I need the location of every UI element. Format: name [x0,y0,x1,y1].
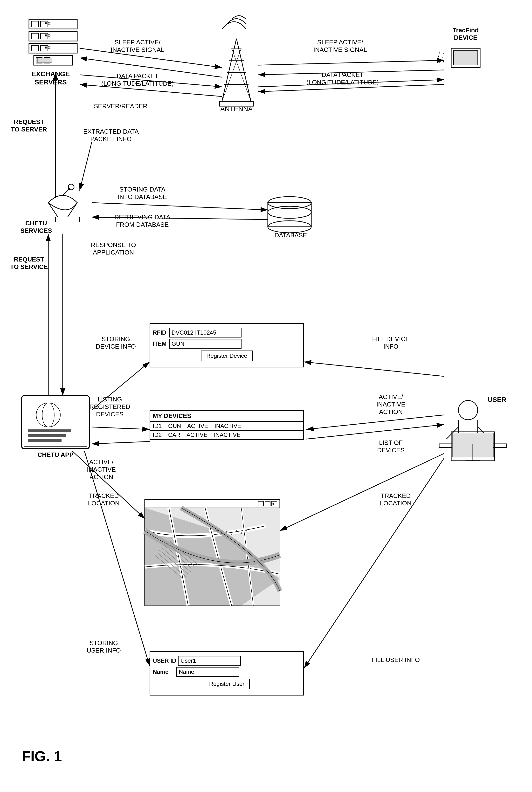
svg-line-51 [446,427,458,439]
svg-line-35 [63,188,70,195]
svg-line-27 [222,48,241,101]
my-devices-title: MY DEVICES [150,411,303,422]
svg-rect-19 [48,46,50,49]
register-user-button[interactable]: Register User [204,679,250,689]
svg-rect-10 [40,45,48,51]
database-icon [268,197,311,233]
svg-point-33 [268,221,311,233]
svg-rect-17 [48,35,50,36]
svg-rect-59 [145,499,280,508]
svg-rect-12 [36,57,42,63]
exchange-servers-icon [29,19,77,65]
svg-line-89 [92,202,268,210]
svg-rect-16 [45,35,46,36]
device-row-2: ID2 CAR ACTIVE INACTIVE [150,431,303,440]
diagram: x [0,0,532,792]
svg-line-102 [304,458,444,668]
chetu-services-label: CHETUSERVICES [12,219,60,234]
listing-registered-label: LISTINGREGISTEREDDEVICES [75,395,145,418]
svg-line-94 [304,362,444,376]
svg-rect-55 [452,433,493,457]
list-of-devices-label: LIST OFDEVICES [364,439,417,454]
item-input[interactable]: GUN [169,339,242,349]
svg-rect-29 [451,48,480,67]
userid-input[interactable]: User1 [178,656,241,665]
svg-marker-21 [222,39,251,101]
userid-label: USER ID [153,657,176,664]
data-packet-left-label: DATA PACKET(LONGITUDE/LATITUDE) [92,72,183,87]
name-input[interactable]: Name [176,667,239,677]
register-user-panel: USER ID User1 Name Name Register User [150,651,304,696]
tracfind-device-label: TracFindDEVICE [441,26,490,41]
svg-line-26 [232,48,251,101]
svg-line-38 [68,202,77,217]
svg-line-81 [258,60,444,65]
svg-line-70 [167,543,195,567]
svg-rect-18 [45,46,46,49]
svg-rect-54 [451,432,495,461]
svg-line-69 [164,545,193,569]
fill-device-info-label: FILL DEVICEINFO [360,335,422,350]
svg-line-97 [306,415,444,429]
user-icon [439,401,507,461]
fig-label: FIG. 1 [22,748,62,765]
retrieving-data-label: RETRIEVING DATAFROM DATABASE [92,213,193,229]
svg-rect-3 [31,21,39,27]
svg-rect-49 [28,439,61,442]
svg-rect-4 [40,21,48,27]
storing-data-label: STORING DATAINTO DATABASE [96,186,188,201]
svg-rect-20 [38,58,52,63]
svg-rect-58 [145,499,280,605]
svg-line-88 [80,142,92,191]
svg-point-36 [68,184,74,190]
name-label: Name [153,669,174,675]
chetu-services-icon [48,184,80,222]
antenna-icon [220,16,253,106]
map-window-icon: x [145,499,280,605]
svg-line-37 [48,202,58,217]
rfid-input[interactable]: DVC012 IT10245 [169,328,242,337]
svg-rect-62 [272,501,277,506]
tracfind-device-icon [439,48,480,67]
my-devices-panel: MY DEVICES ID1 GUN ACTIVE INACTIVE ID2 C… [150,410,304,440]
svg-line-98 [306,425,444,439]
tracked-location-right-label: TRACKEDLOCATION [364,492,427,507]
svg-rect-30 [454,51,478,65]
svg-line-71 [169,540,198,564]
svg-rect-60 [258,501,264,506]
item-label: ITEM [153,341,167,347]
device-row-1: ID1 GUN ACTIVE INACTIVE [150,422,303,431]
request-to-service-label: REQUESTTO SERVICE [2,256,56,271]
user-label: USER [480,395,514,404]
sleep-active-right-label: SLEEP ACTIVE/INACTIVE SIGNAL [294,39,386,54]
svg-rect-6 [31,33,39,39]
antenna-label: ANTENNA [220,105,253,113]
svg-line-66 [157,553,186,577]
exchange-servers-label: EXCHANGE SERVERS [22,70,80,86]
svg-point-31 [268,197,311,209]
svg-rect-47 [28,429,71,432]
register-device-button[interactable]: Register Device [201,350,252,361]
svg-point-42 [36,403,60,427]
svg-rect-64 [145,508,280,605]
svg-point-77 [241,533,242,534]
rfid-label: RFID [153,329,167,336]
svg-point-76 [236,530,237,532]
svg-rect-7 [40,33,48,39]
response-to-app-label: RESPONSE TOAPPLICATION [68,241,159,256]
svg-point-73 [221,533,223,534]
svg-rect-48 [28,434,66,437]
tracked-location-left-label: TRACKEDLOCATION [72,492,135,507]
svg-rect-15 [48,22,50,24]
svg-line-67 [159,550,188,574]
chetu-app-label: CHETU APP [24,451,87,459]
svg-point-74 [226,531,228,533]
svg-point-50 [458,401,478,420]
database-label: DATABASE [269,232,312,239]
request-to-server-label: REQUESTTO SERVER [5,118,53,133]
svg-rect-9 [31,45,39,51]
register-device-panel: RFID DVC012 IT10245 ITEM GUN Register De… [150,323,304,367]
storing-device-info-label: STORINGDEVICE INFO [82,335,150,350]
data-packet-right-label: DATA PACKET(LONGITUDE/LATITUDE) [294,71,391,86]
svg-line-65 [154,555,183,579]
